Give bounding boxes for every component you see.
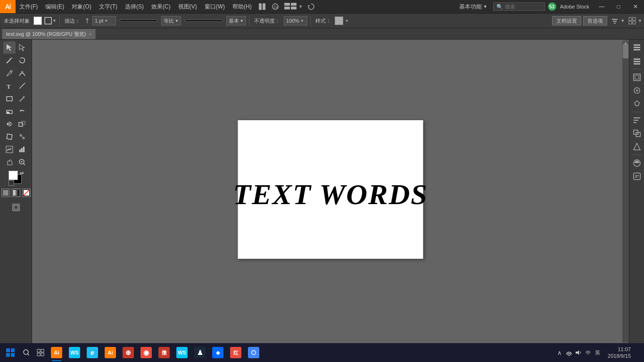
taskbar-steam-app[interactable]: ♟ bbox=[191, 344, 208, 361]
panel-btn-appearance[interactable] bbox=[631, 170, 643, 182]
free-transform-tool[interactable] bbox=[3, 131, 16, 143]
tab-close-button[interactable]: × bbox=[89, 32, 92, 37]
tray-network-icon[interactable] bbox=[565, 349, 573, 356]
style-swatch[interactable] bbox=[335, 16, 343, 25]
panel-btn-color[interactable] bbox=[631, 157, 643, 169]
menu-file[interactable]: 文件(F) bbox=[16, 0, 41, 13]
artboards-tool[interactable] bbox=[10, 201, 22, 214]
taskbar-webstorm-app[interactable]: WS bbox=[66, 344, 83, 361]
rotate-tool[interactable] bbox=[16, 105, 28, 117]
panel-btn-symbols[interactable] bbox=[631, 98, 643, 110]
taskbar-chrome-app[interactable] bbox=[245, 344, 262, 361]
align-icon[interactable] bbox=[611, 17, 619, 25]
menu-edit[interactable]: 编辑(E) bbox=[41, 0, 68, 13]
menu-view[interactable]: 视图(V) bbox=[174, 0, 201, 13]
panel-btn-properties[interactable] bbox=[631, 84, 643, 97]
taskbar-illustrator2-app[interactable]: Ai bbox=[102, 344, 119, 361]
menu-help[interactable]: 帮助(H) bbox=[229, 0, 256, 13]
panel-btn-layers[interactable] bbox=[631, 55, 643, 67]
taskbar-illustrator-app[interactable]: Ai bbox=[48, 344, 65, 361]
scrollbar-thumb[interactable] bbox=[623, 44, 628, 58]
image-trace-tool[interactable] bbox=[3, 143, 16, 156]
bridge-icon[interactable] bbox=[257, 1, 267, 12]
fill-color-box[interactable] bbox=[8, 171, 18, 180]
curvature-tool[interactable] bbox=[16, 67, 28, 79]
stock-icon[interactable]: Sc bbox=[269, 1, 282, 12]
adobe-stock-btn[interactable]: Adobe Stock bbox=[557, 4, 592, 9]
selection-tool[interactable] bbox=[3, 41, 16, 54]
zoom-tool[interactable] bbox=[16, 156, 28, 168]
taskbar-ie-app[interactable]: e bbox=[84, 344, 101, 361]
tray-ime-icon[interactable]: 中 bbox=[584, 349, 592, 356]
opacity-input[interactable]: 100% ▼ bbox=[284, 16, 307, 25]
tray-ime2-icon[interactable]: 英 bbox=[594, 349, 601, 356]
prefs-button[interactable]: 首选项 bbox=[583, 16, 607, 25]
panel-btn-1[interactable] bbox=[631, 41, 643, 54]
lasso-tool[interactable] bbox=[16, 54, 28, 66]
swap-colors-icon[interactable]: ⇄ bbox=[20, 171, 24, 176]
doc-setup-button[interactable]: 文档设置 bbox=[552, 16, 581, 25]
menu-object[interactable]: 对象(O) bbox=[68, 0, 95, 13]
menu-effect[interactable]: 效果(C) bbox=[148, 0, 174, 13]
grid-icon[interactable] bbox=[628, 17, 636, 25]
cloud-badge[interactable]: 53 bbox=[548, 2, 556, 11]
magic-wand-tool[interactable] bbox=[3, 54, 16, 66]
rectangle-tool[interactable] bbox=[3, 92, 16, 105]
mirror-tool[interactable] bbox=[3, 118, 16, 130]
taskbar-app9[interactable]: ◉ bbox=[138, 344, 155, 361]
close-button[interactable]: ✕ bbox=[627, 0, 644, 13]
fill-stroke-squares[interactable]: ⇄ bbox=[8, 171, 24, 186]
tray-overflow-icon[interactable]: ∧ bbox=[556, 349, 563, 356]
minimize-button[interactable]: — bbox=[593, 0, 610, 13]
stroke-selector[interactable]: ▼ bbox=[44, 16, 57, 25]
line-tool[interactable] bbox=[16, 80, 28, 92]
eraser-tool[interactable] bbox=[3, 105, 16, 117]
start-button[interactable] bbox=[2, 344, 19, 361]
system-clock[interactable]: 11:07 2018/9/15 bbox=[605, 346, 631, 360]
taskbar-app13[interactable]: ◈ bbox=[209, 344, 226, 361]
menu-text[interactable]: 文字(T) bbox=[95, 0, 121, 13]
align-dropdown[interactable]: ▼ bbox=[620, 18, 625, 23]
taskbar-app10[interactable]: 微 bbox=[156, 344, 173, 361]
stroke-up-icon[interactable] bbox=[84, 17, 91, 24]
chart-tool[interactable] bbox=[16, 143, 28, 156]
pen-tool[interactable] bbox=[3, 67, 16, 79]
system-tray[interactable]: ∧ 中 英 bbox=[554, 349, 603, 356]
flat-color-icon[interactable] bbox=[1, 189, 10, 197]
puppet-warp-tool[interactable] bbox=[16, 131, 28, 143]
document-tab[interactable]: text.svg @ 100% (RGB/GPU 预览) × bbox=[2, 29, 96, 39]
reset-colors-icon[interactable] bbox=[8, 180, 14, 186]
canvas-area[interactable]: ▲ ▼ TEXT WORDS bbox=[32, 40, 629, 349]
taskbar-app14[interactable]: 红 bbox=[227, 344, 244, 361]
direct-selection-tool[interactable] bbox=[16, 41, 28, 54]
scale-tool[interactable] bbox=[16, 118, 28, 130]
style-arrow[interactable]: ▼ bbox=[345, 19, 349, 23]
sync-icon[interactable] bbox=[305, 1, 317, 12]
transform-dropdown[interactable]: ▼ bbox=[638, 18, 642, 23]
taskbar-app8[interactable]: ⊕ bbox=[120, 344, 137, 361]
fill-color-swatch[interactable] bbox=[33, 16, 42, 25]
panel-btn-pathfinder[interactable] bbox=[631, 127, 643, 140]
hand-tool[interactable] bbox=[3, 156, 16, 168]
search-taskbar-button[interactable] bbox=[20, 344, 33, 361]
panel-btn-align[interactable] bbox=[631, 114, 643, 126]
tray-volume-icon[interactable] bbox=[575, 349, 582, 356]
search-input[interactable] bbox=[505, 4, 543, 9]
pencil-tool[interactable] bbox=[16, 92, 28, 105]
basic-function-dropdown[interactable]: 基本功能 ▼ bbox=[456, 0, 490, 13]
type-tool[interactable]: T bbox=[3, 80, 16, 92]
gradient-icon[interactable] bbox=[12, 189, 20, 197]
stroke-type-dropdown[interactable]: 等比 ▼ bbox=[161, 16, 181, 25]
maximize-button[interactable]: □ bbox=[610, 0, 627, 13]
stroke-width-input[interactable]: 1 pt ▼ bbox=[92, 16, 116, 25]
no-fill-icon[interactable] bbox=[22, 189, 31, 197]
panel-btn-opacity[interactable] bbox=[631, 140, 643, 153]
menu-select[interactable]: 选择(S) bbox=[121, 0, 148, 13]
arrange-icon[interactable]: ▼ bbox=[282, 1, 305, 12]
taskbar-webstorm2-app[interactable]: WS bbox=[173, 344, 190, 361]
vertical-scrollbar[interactable]: ▲ ▼ bbox=[622, 40, 629, 349]
search-box[interactable]: 🔍 bbox=[493, 2, 545, 11]
task-view-button[interactable] bbox=[34, 344, 47, 361]
panel-btn-artboards[interactable] bbox=[631, 71, 643, 83]
stroke-profile-dropdown[interactable]: 基本 ▼ bbox=[226, 16, 246, 25]
